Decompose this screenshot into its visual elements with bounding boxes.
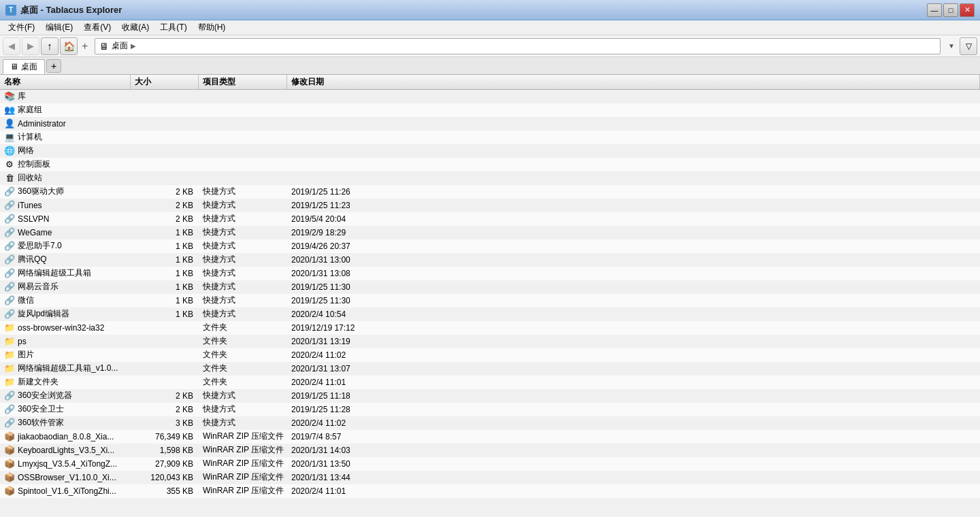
file-size-cell — [131, 123, 199, 124]
menu-tools[interactable]: 工具(T) — [154, 20, 192, 35]
menu-file[interactable]: 文件(F) — [3, 20, 40, 35]
table-row[interactable]: 📦 Spintool_V1.6_XiTongZhi... 355 KB WinR… — [0, 484, 980, 498]
forward-button[interactable]: ▶ — [22, 37, 39, 55]
table-row[interactable]: 📦 jiakaobaodian_8.0.8_Xia... 76,349 KB W… — [0, 430, 980, 444]
table-row[interactable]: 🔗 网络编辑超级工具箱 1 KB 快捷方式 2020/1/31 13:08 — [0, 267, 980, 280]
table-row[interactable]: 🗑 回收站 — [0, 171, 980, 185]
file-name-cell: 📦 KeyboardLights_V3.5_Xi... — [0, 444, 131, 456]
file-name-cell: 🔗 360安全卫士 — [0, 403, 131, 416]
table-row[interactable]: 🔗 360安全卫士 2 KB 快捷方式 2019/1/25 11:28 — [0, 403, 980, 416]
file-type-cell: 文件夹 — [199, 376, 287, 388]
file-icon: 📁 — [4, 336, 15, 347]
table-row[interactable]: 📁 图片 文件夹 2020/2/4 11:02 — [0, 348, 980, 362]
table-row[interactable]: 💻 计算机 — [0, 131, 980, 144]
file-name-cell: 👤 Administrator — [0, 118, 131, 130]
file-type-cell: 快捷方式 — [199, 185, 287, 198]
file-name-cell: 📦 OSSBrowser_V1.10.0_Xi... — [0, 471, 131, 484]
up-button[interactable]: ↑ — [41, 37, 59, 55]
file-name-cell: 📁 网络编辑超级工具箱_v1.0... — [0, 362, 131, 375]
tab-bar: 🖥 桌面 + — [0, 57, 980, 75]
file-date-cell: 2019/1/25 11:30 — [287, 282, 980, 293]
table-row[interactable]: 📦 Lmyxjsq_V3.5.4_XiTongZ... 27,909 KB Wi… — [0, 457, 980, 471]
table-row[interactable]: 📁 oss-browser-win32-ia32 文件夹 2019/12/19 … — [0, 321, 980, 335]
file-name-cell: 🔗 网易云音乐 — [0, 280, 131, 293]
file-name-cell: 🔗 网络编辑超级工具箱 — [0, 267, 131, 280]
table-row[interactable]: 📁 新建文件夹 文件夹 2020/2/4 11:01 — [0, 376, 980, 389]
table-row[interactable]: 📁 ps 文件夹 2020/1/31 13:19 — [0, 335, 980, 348]
file-name-text: 360驱动大师 — [18, 186, 64, 197]
file-date-cell — [287, 150, 980, 152]
file-name-text: 网络 — [18, 145, 34, 156]
table-row[interactable]: 🔗 网易云音乐 1 KB 快捷方式 2019/1/25 11:30 — [0, 280, 980, 294]
column-type-header[interactable]: 项目类型 — [199, 75, 287, 89]
file-date-cell — [287, 96, 980, 97]
file-date-cell: 2019/4/26 20:37 — [287, 241, 980, 252]
table-row[interactable]: 🔗 腾讯QQ 1 KB 快捷方式 2020/1/31 13:00 — [0, 253, 980, 267]
file-icon: 🔗 — [4, 295, 15, 306]
file-name-text: OSSBrowser_V1.10.0_Xi... — [18, 473, 116, 482]
table-row[interactable]: 🔗 SSLVPN 2 KB 快捷方式 2019/5/4 20:04 — [0, 212, 980, 226]
table-row[interactable]: 📚 库 — [0, 90, 980, 103]
file-name-text: 图片 — [18, 349, 34, 361]
table-row[interactable]: 🔗 旋风lpd编辑器 1 KB 快捷方式 2020/2/4 10:54 — [0, 307, 980, 321]
table-row[interactable]: 📁 网络编辑超级工具箱_v1.0... 文件夹 2020/1/31 13:07 — [0, 362, 980, 376]
file-name-cell: 📦 Spintool_V1.6_XiTongZhi... — [0, 485, 131, 497]
file-name-cell: 🔗 SSLVPN — [0, 213, 131, 225]
menu-edit[interactable]: 编辑(E) — [40, 20, 78, 35]
breadcrumb-dropdown-button[interactable]: ▼ — [945, 38, 958, 54]
table-row[interactable]: 👤 Administrator — [0, 117, 980, 131]
table-row[interactable]: 📦 KeyboardLights_V3.5_Xi... 1,598 KB Win… — [0, 444, 980, 457]
menu-help[interactable]: 帮助(H) — [193, 20, 231, 35]
file-size-cell: 1 KB — [131, 268, 199, 279]
file-name-cell: 🔗 爱思助手7.0 — [0, 239, 131, 252]
file-type-cell — [199, 123, 287, 124]
table-row[interactable]: 👥 家庭组 — [0, 103, 980, 117]
column-date-header[interactable]: 修改日期 — [287, 75, 980, 89]
column-size-header[interactable]: 大小 — [131, 75, 199, 89]
table-row[interactable]: 🔗 微信 1 KB 快捷方式 2019/1/25 11:30 — [0, 294, 980, 307]
table-row[interactable]: 📦 OSSBrowser_V1.10.0_Xi... 120,043 KB Wi… — [0, 471, 980, 484]
tab-add-button[interactable]: + — [46, 59, 61, 73]
tab-desktop[interactable]: 🖥 桌面 — [3, 59, 45, 74]
close-button[interactable]: ✕ — [960, 3, 975, 17]
table-row[interactable]: 🔗 iTunes 2 KB 快捷方式 2019/1/25 11:23 — [0, 199, 980, 212]
file-date-cell: 2020/1/31 13:08 — [287, 268, 980, 279]
table-row[interactable]: 🔗 360驱动大师 2 KB 快捷方式 2019/1/25 11:26 — [0, 185, 980, 199]
table-row[interactable]: 🔗 360安全浏览器 2 KB 快捷方式 2019/1/25 11:18 — [0, 389, 980, 403]
file-type-cell: 文件夹 — [199, 321, 287, 334]
breadcrumb-bar[interactable]: 🖥 桌面 ▶ — [95, 38, 941, 54]
file-name-cell: 🔗 360驱动大师 — [0, 185, 131, 198]
file-name-text: 家庭组 — [18, 104, 42, 116]
title-bar: T 桌面 - Tablacus Explorer — □ ✕ — [0, 0, 980, 20]
file-name-text: 库 — [18, 90, 26, 102]
file-type-cell: WinRAR ZIP 压缩文件 — [199, 444, 287, 456]
column-name-header[interactable]: 名称 — [0, 75, 131, 89]
maximize-button[interactable]: □ — [943, 3, 958, 17]
file-icon: 🔗 — [4, 186, 15, 197]
file-type-cell — [199, 110, 287, 111]
file-name-text: ps — [18, 337, 27, 346]
table-row[interactable]: 🔗 360软件管家 3 KB 快捷方式 2020/2/4 11:02 — [0, 416, 980, 430]
file-size-cell: 120,043 KB — [131, 472, 199, 483]
table-row[interactable]: 🌐 网络 — [0, 144, 980, 158]
file-type-cell — [199, 137, 287, 138]
table-row[interactable]: 🔗 WeGame 1 KB 快捷方式 2019/2/9 18:29 — [0, 226, 980, 239]
file-name-cell: 🔗 iTunes — [0, 199, 131, 212]
back-button[interactable]: ◀ — [3, 37, 20, 55]
file-list-body[interactable]: 📚 库 👥 家庭组 👤 Administrator 💻 计算机 🌐 — [0, 90, 980, 517]
file-icon: 📚 — [4, 91, 15, 102]
menu-favorites[interactable]: 收藏(A) — [116, 20, 154, 35]
file-name-cell: 📚 库 — [0, 90, 131, 103]
file-date-cell: 2020/2/4 10:54 — [287, 309, 980, 320]
file-type-cell: 快捷方式 — [199, 416, 287, 429]
file-date-cell: 2019/1/25 11:28 — [287, 404, 980, 415]
filter-button[interactable]: ▽ — [960, 37, 977, 55]
table-row[interactable]: 🔗 爱思助手7.0 1 KB 快捷方式 2019/4/26 20:37 — [0, 239, 980, 253]
menu-view[interactable]: 查看(V) — [78, 20, 116, 35]
file-name-text: 回收站 — [18, 172, 42, 184]
file-date-cell: 2019/5/4 20:04 — [287, 214, 980, 224]
minimize-button[interactable]: — — [927, 3, 942, 17]
file-name-text: 微信 — [18, 295, 34, 306]
home-button[interactable]: 🏠 — [60, 37, 78, 55]
table-row[interactable]: ⚙ 控制面板 — [0, 158, 980, 171]
